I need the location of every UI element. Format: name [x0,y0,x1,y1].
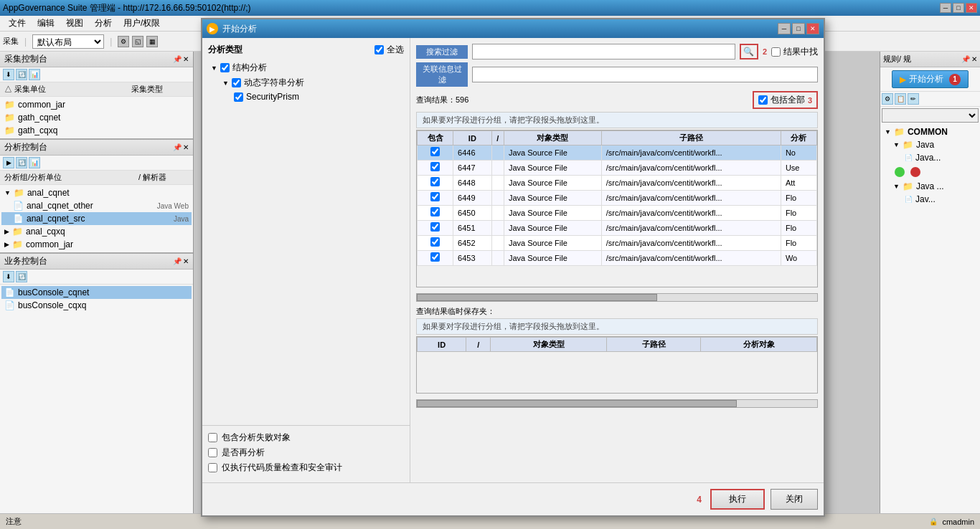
checkbox-code-quality[interactable] [208,463,217,472]
checkbox-include-failed[interactable] [208,433,217,442]
analysis-panel-title: 分析控制台 [4,141,47,153]
toolbar-icon1[interactable]: ⚙ [118,36,129,47]
tree-common-jar[interactable]: ▶ 📁 common_jar [1,238,192,251]
table-row[interactable]: 6446 Java Source File /src/main/java/com… [418,146,817,161]
tree-item-gath-cqxq[interactable]: 📁 gath_cqxq [1,124,192,137]
table-row[interactable]: 6448 Java Source File /src/main/java/com… [418,176,817,191]
table-row[interactable]: 6453 Java Source File /src/main/java/com… [418,251,817,266]
tree-bus-cqxq[interactable]: 📄 busConsole_cqxq [1,299,192,312]
cell-checkbox[interactable] [418,206,453,221]
tree-dynamic-string[interactable]: ▼ 动态字符串分析 [208,75,404,90]
rules-icon1[interactable]: ⚙ [882,93,893,105]
collect-icon2[interactable]: 🔃 [16,69,27,80]
cell-checkbox[interactable] [418,251,453,266]
collect-icon3[interactable]: 📊 [29,69,40,80]
business-icon2[interactable]: 🔃 [16,271,27,282]
checkbox-search-in-results[interactable] [771,47,781,57]
row-checkbox[interactable] [430,237,440,247]
checkbox-security[interactable] [234,92,243,102]
cell-checkbox[interactable] [418,236,453,251]
row-checkbox[interactable] [430,207,440,216]
row-checkbox[interactable] [430,177,440,186]
toolbar-icon2[interactable]: ◱ [132,36,143,47]
analysis-type-title: 分析类型 [208,44,242,56]
row-checkbox[interactable] [430,192,440,201]
maximize-btn[interactable]: □ [953,3,964,13]
rules-tree-java2[interactable]: ▼ 📁 Java ... [882,180,979,193]
cell-id: 6450 [453,206,492,221]
row-checkbox[interactable] [430,222,440,232]
table2-scrollbar[interactable] [416,399,818,408]
execute-button[interactable]: 执行 [710,489,765,510]
business-icon1[interactable]: ⬇ [3,271,14,282]
table1-scrollbar[interactable] [416,293,818,302]
panel-pin-icon[interactable]: 📌 [173,55,182,63]
tree-item-gath-cqnet[interactable]: 📁 gath_cqnet [1,111,192,124]
analysis-close-icon[interactable]: ✕ [183,143,189,151]
menu-file[interactable]: 文件 [3,16,32,31]
table-row[interactable]: 6449 Java Source File /src/main/java/com… [418,191,817,206]
minimize-btn[interactable]: ─ [940,3,951,13]
cell-path: /src/main/java/com/centit/workfl... [601,146,781,161]
analysis-icon2[interactable]: 🔃 [16,157,27,168]
rules-tree-java[interactable]: ▼ 📁 Java [882,138,979,151]
checkbox-dynamic[interactable] [232,78,241,87]
menu-user[interactable]: 用户/权限 [118,16,166,31]
cell-checkbox[interactable] [418,221,453,236]
far-right-close[interactable]: ✕ [971,55,977,63]
cell-checkbox[interactable] [418,161,453,176]
table-row[interactable]: 6452 Java Source File /src/main/java/com… [418,236,817,251]
select-all-checkbox[interactable] [374,45,384,54]
menu-edit[interactable]: 编辑 [32,16,60,31]
start-analysis-button[interactable]: ▶ 开始分析 1 [892,70,969,88]
collect-icon1[interactable]: ⬇ [3,69,14,80]
far-right-pin[interactable]: 📌 [961,55,970,63]
row-checkbox[interactable] [430,147,440,156]
panel-close-icon[interactable]: ✕ [183,55,189,63]
table-row[interactable]: 6451 Java Source File /src/main/java/com… [418,221,817,236]
close-button[interactable]: 关闭 [771,489,818,510]
rules-dropdown[interactable] [882,108,979,123]
analysis-icon3[interactable]: 📊 [29,157,40,168]
menu-analysis[interactable]: 分析 [89,16,118,31]
include-all-checkbox[interactable] [758,95,768,105]
business-close-icon[interactable]: ✕ [183,257,189,265]
expand-icon: ▼ [211,65,217,72]
tree-structural[interactable]: ▼ 结构分析 [208,60,404,75]
layout-dropdown[interactable]: 默认布局 [32,34,104,49]
checkbox-structural[interactable] [220,63,230,72]
rules-tree-java-leaf1[interactable]: 📄 Java... [882,151,979,164]
rules-tree-java-leaf2[interactable]: 📄 Jav... [882,193,979,206]
rules-tree-common[interactable]: ▼ 📁 COMMON [882,125,979,138]
modal-close[interactable]: ✕ [806,23,819,34]
related-filter-input[interactable] [472,67,818,82]
table-row[interactable]: 6447 Java Source File /src/main/java/com… [418,161,817,176]
tree-anal-cqnet[interactable]: ▼ 📁 anal_cqnet [1,186,192,199]
table-row[interactable]: 6450 Java Source File /src/main/java/com… [418,206,817,221]
cell-checkbox[interactable] [418,191,453,206]
business-pin-icon[interactable]: 📌 [173,257,182,265]
row-checkbox[interactable] [430,162,440,171]
cell-checkbox[interactable] [418,176,453,191]
tree-security-prism[interactable]: SecurityPrism [208,90,404,103]
row-checkbox[interactable] [430,252,440,262]
checkbox-reanalyze[interactable] [208,448,217,457]
group-hint-1: 如果要对字段进行分组，请把字段报头拖放到这里。 [416,112,818,128]
modal-maximize[interactable]: □ [792,23,805,34]
search-button[interactable]: 🔍 [740,44,758,59]
analysis-pin-icon[interactable]: 📌 [173,143,182,151]
rules-icon2[interactable]: 📋 [895,93,906,105]
close-btn[interactable]: ✕ [966,3,977,13]
rules-icon3[interactable]: ✏ [908,93,919,105]
tree-anal-cqnet-src[interactable]: 📄 anal_cqnet_src Java [1,212,192,225]
tree-anal-cqnet-other[interactable]: 📄 anal_cqnet_other Java Web [1,199,192,212]
menu-view[interactable]: 视图 [60,16,89,31]
analysis-icon1[interactable]: ▶ [3,157,14,168]
tree-bus-cqnet[interactable]: 📄 busConsole_cqnet [1,286,192,299]
cell-checkbox[interactable] [418,146,453,161]
toolbar-icon3[interactable]: ▦ [146,36,158,47]
tree-item-common-jar[interactable]: 📁 common_jar [1,98,192,111]
search-filter-input[interactable] [472,44,735,59]
modal-minimize[interactable]: ─ [778,23,791,34]
tree-anal-cqxq[interactable]: ▶ 📁 anal_cqxq [1,225,192,238]
